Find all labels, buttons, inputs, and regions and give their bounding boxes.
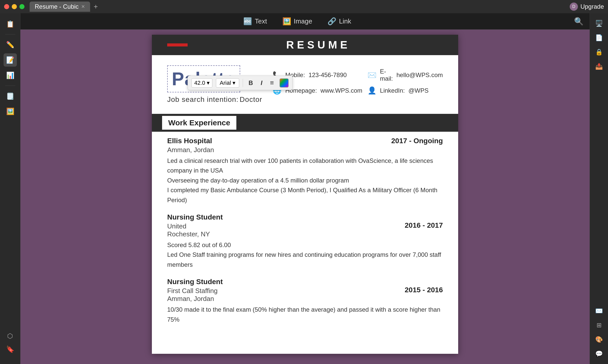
text-icon: 🔤 xyxy=(243,17,252,26)
toolbar-image-button[interactable]: 🖼️ Image xyxy=(282,17,312,26)
job-location-2: Amman, Jordan xyxy=(167,295,217,303)
font-name-selector[interactable]: Arial ▾ xyxy=(216,78,239,88)
resume-title-bar: RESUME xyxy=(167,39,443,51)
sidebar-icon-table[interactable]: 📊 xyxy=(4,69,17,82)
new-tab-button[interactable]: + xyxy=(91,2,100,12)
tab-bar: Resume - Cubic ✕ + xyxy=(30,2,100,12)
right-icon-ocr[interactable]: 🖥️ xyxy=(593,17,605,30)
main-toolbar: 🔤 Text 🖼️ Image 🔗 Link 🔍 xyxy=(20,13,590,30)
right-icon-grid[interactable]: ⊞ xyxy=(593,319,605,331)
document: 42.0 ▾ Arial ▾ B I ≡ xyxy=(152,35,458,354)
email-icon: ✉️ xyxy=(368,71,376,79)
sidebar-divider-1 xyxy=(5,34,15,34)
bullet-2-0: 10/30 made it to the final exam (50% hig… xyxy=(167,305,443,324)
homepage-value: www.WPS.com xyxy=(321,87,362,94)
job-location-1: Rochester, NY xyxy=(167,230,210,238)
sidebar-icon-text[interactable]: 📝 xyxy=(4,53,17,67)
list-button[interactable]: ≡ xyxy=(268,78,276,88)
link-icon: 🔗 xyxy=(327,17,336,26)
right-icon-lock[interactable]: 🔒 xyxy=(593,46,605,58)
bullet-0-1: Overseeing the day-to-day operation of a… xyxy=(167,176,443,185)
toolbar-image-label: Image xyxy=(294,17,312,25)
job-left-0: Ellis Hospital Amman, Jordan xyxy=(167,137,214,154)
resume-red-bar xyxy=(167,43,188,46)
toolbar-link-button[interactable]: 🔗 Link xyxy=(327,17,351,26)
toolbar-link-label: Link xyxy=(339,17,351,25)
floating-toolbar: 42.0 ▾ Arial ▾ B I ≡ xyxy=(188,76,293,90)
right-icon-palette[interactable]: 🎨 xyxy=(593,333,605,346)
contact-linkedin: 👤 LinkedIn: @WPS xyxy=(368,86,443,95)
right-icon-document[interactable]: 📄 xyxy=(593,32,605,44)
italic-button[interactable]: I xyxy=(259,78,264,88)
toolbar-search-icon[interactable]: 🔍 xyxy=(574,17,583,26)
linkedin-label: LinkedIn: xyxy=(380,87,405,94)
image-icon: 🖼️ xyxy=(282,17,291,26)
job-dates-2: 2015 - 2016 xyxy=(405,286,443,294)
job-left-2: First Call Staffing Amman, Jordan xyxy=(167,286,217,303)
work-section: Ellis Hospital Amman, Jordan 2017 - Ongo… xyxy=(152,132,458,338)
sidebar-icon-pages[interactable]: 🗒️ xyxy=(4,89,17,103)
font-name-value: Arial xyxy=(220,80,231,86)
color-picker-button[interactable] xyxy=(279,78,289,88)
maximize-button[interactable] xyxy=(19,4,25,9)
upgrade-button[interactable]: D Upgrade xyxy=(570,3,604,11)
app-body: 📋 ✏️ 📝 📊 🗒️ 🖼️ ⬡ 🔖 🔤 Text 🖼️ Image xyxy=(0,13,608,364)
right-icon-chat[interactable]: 💬 xyxy=(593,348,605,360)
linkedin-icon: 👤 xyxy=(368,86,376,95)
left-sidebar: 📋 ✏️ 📝 📊 🗒️ 🖼️ ⬡ 🔖 xyxy=(0,13,20,364)
bold-button[interactable]: B xyxy=(247,78,255,88)
bullet-0-0: Led a clinical research trial with over … xyxy=(167,156,443,176)
job-left-1: United Rochester, NY xyxy=(167,221,210,238)
font-size-selector[interactable]: 42.0 ▾ xyxy=(191,78,212,88)
work-experience-header: Work Experience xyxy=(152,114,458,132)
sidebar-icon-image[interactable]: 🖼️ xyxy=(4,105,17,118)
mobile-value: 123-456-7890 xyxy=(309,71,347,79)
job-entry-1: Nursing Student United Rochester, NY 201… xyxy=(167,213,443,270)
sidebar-icon-edit[interactable]: ✏️ xyxy=(4,38,17,51)
sidebar-icon-layers[interactable]: ⬡ xyxy=(4,329,17,343)
sidebar-icon-document[interactable]: 📋 xyxy=(4,17,17,31)
toolbar-separator-1 xyxy=(243,79,243,87)
titlebar: Resume - Cubic ✕ + D Upgrade xyxy=(0,0,608,13)
sidebar-divider-2 xyxy=(5,86,15,86)
close-button[interactable] xyxy=(4,4,9,9)
right-icon-share[interactable]: 📤 xyxy=(593,60,605,72)
toolbar-text-button[interactable]: 🔤 Text xyxy=(243,17,267,26)
tab-close-icon[interactable]: ✕ xyxy=(81,4,85,9)
email-label: E-mail: xyxy=(380,68,393,82)
bullet-1-1: Led One Staff training programs for new … xyxy=(167,250,443,270)
right-sidebar: 🖥️ 📄 🔒 📤 ✉️ ⊞ 🎨 💬 xyxy=(590,13,608,364)
right-icon-mail[interactable]: ✉️ xyxy=(593,305,605,317)
bullet-0-2: I completed my Basic Ambulance Course (3… xyxy=(167,185,443,205)
section-title: Work Experience xyxy=(162,116,236,130)
email-value: hello@WPS.com xyxy=(396,71,443,79)
job-company-2: Nursing Student xyxy=(167,278,443,286)
main-column: 🔤 Text 🖼️ Image 🔗 Link 🔍 xyxy=(20,13,590,364)
content-scroll[interactable]: 42.0 ▾ Arial ▾ B I ≡ xyxy=(20,30,590,364)
job-org-1: United xyxy=(167,222,210,230)
font-size-value: 42.0 xyxy=(194,80,205,86)
profile-right: 📞 Mobile: 123-456-7890 ✉️ E-mail: hello@… xyxy=(273,65,443,95)
job-header-2: First Call Staffing Amman, Jordan 2015 -… xyxy=(167,286,443,303)
font-name-chevron: ▾ xyxy=(233,80,235,86)
sidebar-icon-bookmark[interactable]: 🔖 xyxy=(4,343,17,356)
bullet-1-0: Scored 5.82 out of 6.00 xyxy=(167,240,443,250)
job-entry-0: Ellis Hospital Amman, Jordan 2017 - Ongo… xyxy=(167,137,443,205)
contact-email: ✉️ E-mail: hello@WPS.com xyxy=(368,68,443,82)
font-size-chevron: ▾ xyxy=(207,80,210,86)
job-intention-label: Job search intention: xyxy=(167,95,238,103)
job-bullets-2: 10/30 made it to the final exam (50% hig… xyxy=(167,305,443,324)
job-location-0: Amman, Jordan xyxy=(167,146,214,154)
job-bullets-1: Scored 5.82 out of 6.00 Led One Staff tr… xyxy=(167,240,443,270)
job-dates-1: 2016 - 2017 xyxy=(405,221,443,229)
user-avatar: D xyxy=(570,3,578,11)
upgrade-label: Upgrade xyxy=(580,3,604,10)
resume-title: RESUME xyxy=(194,39,443,51)
sidebar-bottom-icons: ⬡ 🔖 xyxy=(4,329,17,356)
job-bullets-0: Led a clinical research trial with over … xyxy=(167,156,443,205)
tab-resume-cubic[interactable]: Resume - Cubic ✕ xyxy=(30,2,90,12)
job-header-0: Ellis Hospital Amman, Jordan 2017 - Ongo… xyxy=(167,137,443,154)
traffic-lights xyxy=(4,4,25,9)
minimize-button[interactable] xyxy=(12,4,17,9)
job-company-1: Nursing Student xyxy=(167,213,443,221)
